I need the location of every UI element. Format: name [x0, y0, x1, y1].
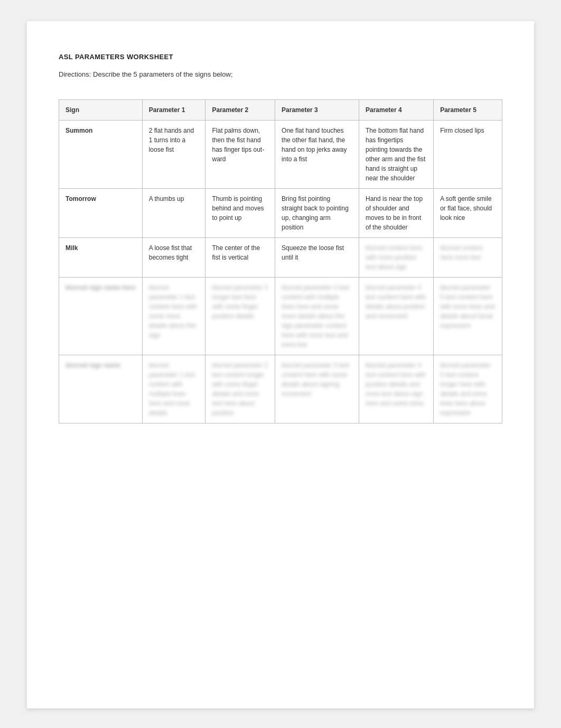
- blurred-text: blurred parameter 3 text content with mu…: [282, 284, 349, 348]
- table-row: Summon 2 flat hands and 1 turns into a l…: [59, 121, 502, 189]
- param4-value: The bottom flat hand has fingertips poin…: [359, 121, 433, 189]
- blurred-text: blurred parameter 1 text content here wi…: [149, 284, 197, 339]
- blurred-text: blurred parameter 1 text content with mu…: [149, 362, 195, 417]
- blurred-text: blurred parameter 4 text content here wi…: [366, 284, 426, 320]
- param4-value: Hand is near the top of shoulder and mov…: [359, 189, 433, 238]
- blurred-text: blurred parameter 2 text content longer …: [212, 362, 267, 417]
- param3-value: Squeeze the loose fist until it: [275, 238, 359, 278]
- blurred-text: blurred sign name: [66, 362, 120, 369]
- table-row: Tomorrow A thumbs up Thumb is pointing b…: [59, 189, 502, 238]
- blurred-text: blurred parameter 5 text content here wi…: [440, 284, 494, 329]
- page-title: ASL PARAMETERS WORKSHEET: [59, 53, 502, 61]
- param3-value: blurred parameter 3 text content with mu…: [275, 278, 359, 355]
- col-sign: Sign: [59, 100, 143, 121]
- blurred-text: blurred content here with more position …: [366, 244, 422, 271]
- table-row: Milk A loose fist that becomes tight The…: [59, 238, 502, 278]
- param3-value: Bring fist pointing straight back to poi…: [275, 189, 359, 238]
- param5-value: blurred parameter 5 text content here wi…: [434, 278, 502, 355]
- blurred-text: blurred sign name here: [66, 284, 136, 291]
- param1-value: blurred parameter 1 text content with mu…: [142, 355, 205, 423]
- col-param2: Parameter 2: [205, 100, 275, 121]
- param3-value: One flat hand touches the other flat han…: [275, 121, 359, 189]
- blurred-text: blurred parameter 5 text content longer …: [440, 362, 490, 417]
- sign-label: Summon: [59, 121, 143, 189]
- col-param5: Parameter 5: [434, 100, 502, 121]
- param2-value: blurred parameter 2 longer text here wit…: [205, 278, 275, 355]
- page: ASL PARAMETERS WORKSHEET Directions: Des…: [27, 21, 534, 708]
- param2-value: The center of the fist is vertical: [205, 238, 275, 278]
- directions: Directions: Describe the 5 parameters of…: [59, 70, 502, 78]
- param4-value: blurred content here with more position …: [359, 238, 433, 278]
- param2-value: Thumb is pointing behind and moves to po…: [205, 189, 275, 238]
- param5-value: Firm closed lips: [434, 121, 502, 189]
- sign-label: Tomorrow: [59, 189, 143, 238]
- sign-label: blurred sign name: [59, 355, 143, 423]
- param4-value: blurred parameter 4 text content here wi…: [359, 355, 433, 423]
- param5-value: blurred content here more text: [434, 238, 502, 278]
- table-header-row: Sign Parameter 1 Parameter 2 Parameter 3…: [59, 100, 502, 121]
- param1-value: blurred parameter 1 text content here wi…: [142, 278, 205, 355]
- param1-value: A loose fist that becomes tight: [142, 238, 205, 278]
- blurred-text: blurred parameter 4 text content here wi…: [366, 362, 426, 407]
- param2-value: Flat palms down, then the fist hand has …: [205, 121, 275, 189]
- blurred-text: blurred content here more text: [440, 244, 482, 261]
- col-param1: Parameter 1: [142, 100, 205, 121]
- param3-value: blurred parameter 3 text content here wi…: [275, 355, 359, 423]
- col-param3: Parameter 3: [275, 100, 359, 121]
- param4-value: blurred parameter 4 text content here wi…: [359, 278, 433, 355]
- sign-label: Milk: [59, 238, 143, 278]
- worksheet-table: Sign Parameter 1 Parameter 2 Parameter 3…: [59, 99, 502, 423]
- param2-value: blurred parameter 2 text content longer …: [205, 355, 275, 423]
- table-row: blurred sign name here blurred parameter…: [59, 278, 502, 355]
- param5-value: A soft gentle smile or flat face, should…: [434, 189, 502, 238]
- param5-value: blurred parameter 5 text content longer …: [434, 355, 502, 423]
- param1-value: A thumbs up: [142, 189, 205, 238]
- blurred-text: blurred parameter 3 text content here wi…: [282, 362, 349, 398]
- param1-value: 2 flat hands and 1 turns into a loose fi…: [142, 121, 205, 189]
- table-row: blurred sign name blurred parameter 1 te…: [59, 355, 502, 423]
- sign-label: blurred sign name here: [59, 278, 143, 355]
- col-param4: Parameter 4: [359, 100, 433, 121]
- blurred-text: blurred parameter 2 longer text here wit…: [212, 284, 267, 320]
